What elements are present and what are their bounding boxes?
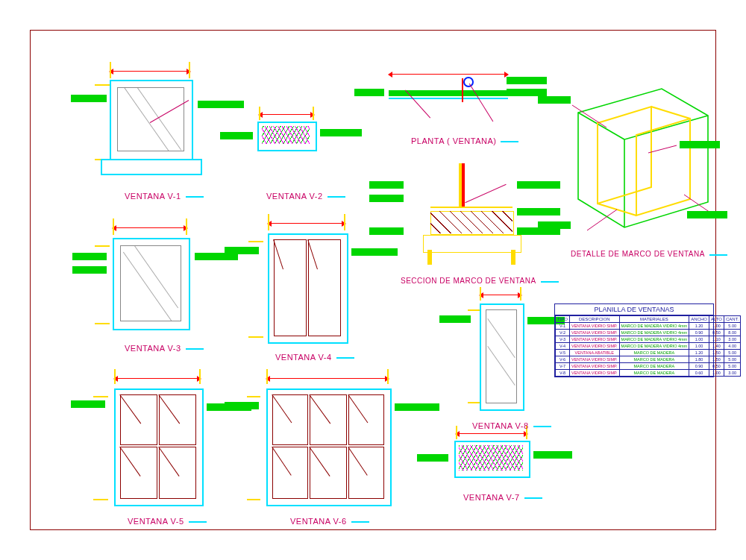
label-v4: VENTANA V-4 — [275, 353, 332, 362]
table-row: V-8VENTANA VIDRIO SIMP.MARCO DE MADERA0.… — [556, 370, 741, 377]
svg-line-1 — [648, 145, 677, 153]
label-planta: PLANTA ( VENTANA) — [411, 136, 496, 145]
view-v4 — [257, 227, 369, 354]
view-v2 — [251, 117, 333, 162]
view-v6 — [254, 381, 411, 515]
label-v6: VENTANA V-6 — [290, 517, 347, 526]
table-row: V-1VENTANA VIDRIO SIMP.MARCO DE MADERA V… — [556, 323, 741, 330]
table-body: TIPODESCRIPCIONMATERIALESANCHOALTOCANT. … — [555, 315, 741, 377]
label-v1: VENTANA V-1 — [125, 192, 181, 201]
view-v3 — [105, 232, 202, 344]
view-detalle — [565, 75, 721, 247]
label-detalle: DETALLE DE MARCO DE VENTANA — [571, 250, 705, 258]
view-v7 — [445, 436, 550, 496]
drawing-sheet: VENTANA V-1 VENTANA V-2 VENTANA V-3 — [30, 30, 716, 530]
view-v1 — [105, 75, 195, 180]
label-v2: VENTANA V-2 — [266, 192, 323, 201]
iso-frame-icon — [565, 75, 721, 247]
table-row: V-6VENTANA VIDRIO SIMP.MARCO DE MADERA1.… — [556, 356, 741, 363]
label-v7: VENTANA V-7 — [463, 493, 520, 502]
label-v5: VENTANA V-5 — [128, 517, 184, 526]
label-v3: VENTANA V-3 — [125, 344, 181, 353]
view-planta — [381, 72, 530, 139]
label-seccion: SECCION DE MARCO DE VENTANA — [401, 277, 536, 285]
view-v5 — [102, 381, 222, 515]
svg-line-0 — [572, 105, 606, 128]
table-row: V-3VENTANA VIDRIO SIMP.MARCO DE MADERA V… — [556, 336, 741, 343]
table-row: V-5VENTANA ABATIBLEMARCO DE MADERA1.201.… — [556, 350, 741, 356]
table-row: V-4VENTANA VIDRIO SIMP.MARCO DE MADERA V… — [556, 343, 741, 350]
schedule-table: PLANILLA DE VENTANAS TIPODESCRIPCIONMATE… — [554, 303, 714, 377]
label-v8: VENTANA V-8 — [472, 421, 529, 430]
view-seccion — [401, 163, 542, 275]
table-row: V-2VENTANA VIDRIO SIMP.MARCO DE MADERA V… — [556, 330, 741, 336]
table-title: PLANILLA DE VENTANAS — [555, 304, 713, 315]
view-v8 — [466, 298, 548, 424]
table-row: V-7VENTANA VIDRIO SIMP.MARCO DE MADERA0.… — [556, 363, 741, 370]
